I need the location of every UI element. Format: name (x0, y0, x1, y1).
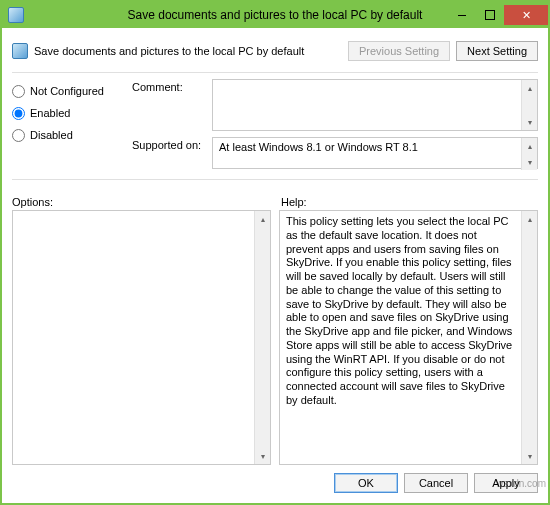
window-controls (448, 5, 548, 25)
supported-field: At least Windows 8.1 or Windows RT 8.1 ▴… (212, 137, 538, 169)
comment-scroll: ▴ ▾ (521, 80, 537, 130)
radio-enabled-label: Enabled (30, 107, 70, 119)
radio-enabled-input[interactable] (12, 107, 25, 120)
maximize-button[interactable] (476, 5, 504, 25)
policy-title: Save documents and pictures to the local… (34, 45, 304, 57)
supported-row: Supported on: At least Windows 8.1 or Wi… (132, 137, 538, 169)
scroll-up-icon[interactable]: ▴ (522, 211, 538, 227)
scroll-up-icon[interactable]: ▴ (522, 80, 538, 96)
radio-not-configured-input[interactable] (12, 85, 25, 98)
header-row: Save documents and pictures to the local… (12, 36, 538, 66)
footer-buttons: OK Cancel Apply (12, 465, 538, 493)
ok-button[interactable]: OK (334, 473, 398, 493)
titlebar: Save documents and pictures to the local… (2, 2, 548, 28)
fields-column: Comment: ▴ ▾ Supported on: At least Wind… (132, 79, 538, 169)
help-content: This policy setting lets you select the … (280, 211, 521, 464)
window-icon (8, 7, 24, 23)
scroll-down-icon[interactable]: ▾ (522, 448, 538, 464)
scroll-down-icon[interactable]: ▾ (522, 114, 538, 130)
radio-disabled-input[interactable] (12, 129, 25, 142)
next-setting-button[interactable]: Next Setting (456, 41, 538, 61)
options-panel: ▴ ▾ (12, 210, 271, 465)
comment-field-wrap: ▴ ▾ (212, 79, 538, 131)
radio-not-configured-label: Not Configured (30, 85, 104, 97)
panel-labels: Options: Help: (12, 196, 538, 208)
radio-disabled[interactable]: Disabled (12, 125, 122, 145)
minimize-button[interactable] (448, 5, 476, 25)
scroll-up-icon[interactable]: ▴ (255, 211, 271, 227)
state-radio-group: Not Configured Enabled Disabled (12, 79, 122, 169)
options-scroll: ▴ ▾ (254, 211, 270, 464)
cancel-button[interactable]: Cancel (404, 473, 468, 493)
supported-label: Supported on: (132, 137, 212, 151)
options-content (13, 211, 254, 464)
apply-button[interactable]: Apply (474, 473, 538, 493)
client-area: Save documents and pictures to the local… (2, 28, 548, 503)
scroll-up-icon[interactable]: ▴ (522, 138, 538, 154)
radio-enabled[interactable]: Enabled (12, 103, 122, 123)
separator (12, 179, 538, 180)
panels: ▴ ▾ This policy setting lets you select … (12, 210, 538, 465)
comment-input[interactable] (213, 80, 521, 130)
config-row: Not Configured Enabled Disabled Comment: (12, 79, 538, 169)
nav-buttons: Previous Setting Next Setting (348, 41, 538, 61)
close-button[interactable] (504, 5, 548, 25)
comment-row: Comment: ▴ ▾ (132, 79, 538, 131)
previous-setting-button[interactable]: Previous Setting (348, 41, 450, 61)
radio-not-configured[interactable]: Not Configured (12, 81, 122, 101)
scroll-down-icon[interactable]: ▾ (255, 448, 271, 464)
help-label: Help: (275, 196, 538, 208)
radio-disabled-label: Disabled (30, 129, 73, 141)
help-panel: This policy setting lets you select the … (279, 210, 538, 465)
separator (12, 72, 538, 73)
policy-icon (12, 43, 28, 59)
comment-label: Comment: (132, 79, 212, 93)
options-label: Options: (12, 196, 275, 208)
policy-editor-window: Save documents and pictures to the local… (0, 0, 550, 505)
supported-scroll: ▴ ▾ (521, 138, 537, 170)
scroll-down-icon[interactable]: ▾ (522, 154, 538, 170)
supported-value: At least Windows 8.1 or Windows RT 8.1 (213, 138, 521, 156)
help-scroll: ▴ ▾ (521, 211, 537, 464)
